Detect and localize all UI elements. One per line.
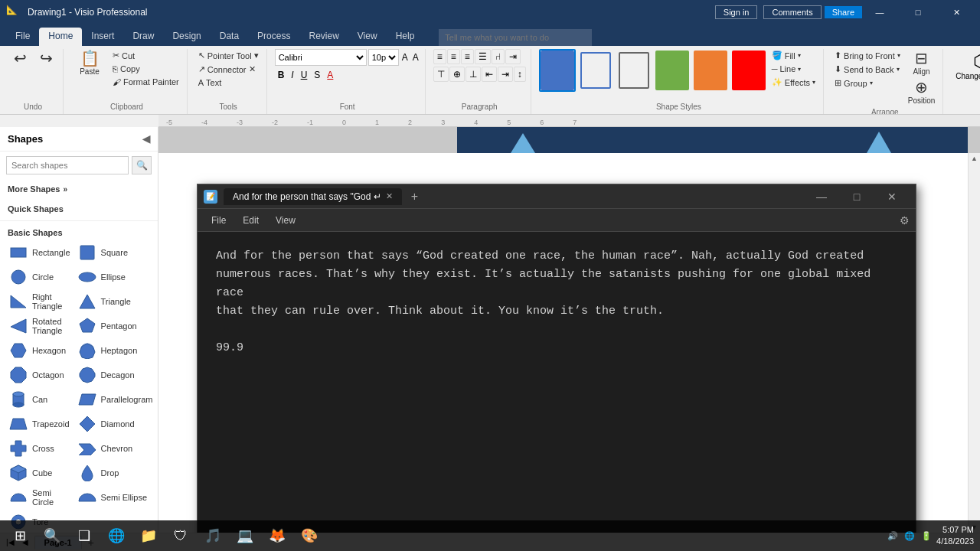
sidebar-scroll[interactable]: More Shapes » Quick Shapes Basic Shapes — [0, 179, 158, 533]
shape-diamond[interactable]: Diamond — [75, 412, 156, 435]
shape-octagon[interactable]: Octagon — [6, 364, 74, 386]
align-button[interactable]: ⊟ Align — [905, 49, 939, 77]
taskbar-clock[interactable]: 5:07 PM 4/18/2023 — [936, 524, 974, 548]
shape-drop[interactable]: Drop — [75, 461, 156, 484]
shape-parallelogram[interactable]: Parallelogram — [75, 388, 156, 411]
canvas-page[interactable]: 📝 And for the person that says "God ↵ ✕ … — [158, 153, 968, 533]
tab-help[interactable]: Help — [387, 28, 424, 46]
sign-in-button[interactable]: Sign in — [715, 5, 758, 19]
more-shapes-header[interactable]: More Shapes » — [6, 182, 152, 196]
taskbar-app-explorer[interactable]: 📁 — [135, 522, 162, 549]
valign-btn-1[interactable]: ⊤ — [433, 67, 449, 82]
cut-button[interactable]: ✂ Cut — [109, 49, 182, 62]
indent-decrease-btn[interactable]: ⇤ — [482, 67, 497, 82]
position-button[interactable]: ⊕ Position — [905, 78, 939, 106]
grow-font-button[interactable]: A — [400, 51, 410, 64]
notepad-view-menu[interactable]: View — [268, 212, 303, 229]
taskbar-tray-network[interactable]: 🌐 — [904, 531, 915, 541]
shape-style-1[interactable] — [539, 49, 576, 92]
text-button[interactable]: A Text — [195, 77, 262, 89]
notepad-file-menu[interactable]: File — [204, 212, 234, 229]
italic-button[interactable]: I — [288, 68, 296, 82]
start-button[interactable]: ⊞ — [6, 522, 34, 549]
fill-button[interactable]: 🪣 Fill ▾ — [769, 49, 818, 62]
shrink-font-button[interactable]: A — [411, 51, 420, 64]
tab-process[interactable]: Process — [248, 28, 299, 46]
shape-cube[interactable]: Cube — [6, 461, 74, 484]
send-to-back-button[interactable]: ⬇ Send to Back ▾ — [831, 63, 903, 76]
notepad-window[interactable]: 📝 And for the person that says "God ↵ ✕ … — [197, 184, 916, 533]
line-button[interactable]: ─ Line ▾ — [769, 63, 818, 75]
format-painter-button[interactable]: 🖌 Format Painter — [109, 76, 182, 88]
shape-square[interactable]: Square — [75, 241, 156, 264]
numbering-btn[interactable]: ⑁ — [492, 49, 505, 64]
shape-triangle[interactable]: Triangle — [75, 290, 156, 313]
taskbar-tray-volume[interactable]: 🔊 — [887, 531, 898, 541]
paste-button[interactable]: 📋 Paste — [71, 49, 108, 77]
copy-button[interactable]: ⎘ Copy — [109, 63, 182, 75]
canvas-area[interactable]: 📝 And for the person that says "God ↵ ✕ … — [158, 127, 980, 533]
shape-heptagon[interactable]: Heptagon — [75, 339, 156, 362]
basic-shapes-header[interactable]: Basic Shapes — [6, 226, 152, 240]
close-button[interactable]: ✕ — [939, 0, 974, 24]
bullets-btn[interactable]: ☰ — [475, 49, 491, 64]
minimize-button[interactable]: — — [862, 0, 897, 24]
shape-style-4[interactable] — [654, 49, 691, 92]
ribbon-search-input[interactable] — [439, 29, 592, 46]
task-view-button[interactable]: ❑ — [70, 522, 98, 549]
group-button[interactable]: ⊞ Group ▾ — [831, 77, 903, 90]
taskbar-app-computer[interactable]: 💻 — [231, 522, 259, 549]
tab-data[interactable]: Data — [211, 28, 248, 46]
tab-review[interactable]: Review — [299, 28, 348, 46]
tab-design[interactable]: Design — [163, 28, 210, 46]
scroll-up-arrow[interactable]: ▲ — [969, 153, 980, 164]
connector-close[interactable]: ✕ — [249, 64, 256, 74]
undo-button[interactable]: ↩ — [8, 49, 32, 67]
notepad-tab[interactable]: And for the person that says "God ↵ ✕ — [224, 188, 402, 205]
shapes-search-input[interactable] — [6, 156, 129, 174]
search-button[interactable]: 🔍 — [38, 522, 66, 549]
quick-shapes-header[interactable]: Quick Shapes — [6, 202, 152, 216]
shape-trapezoid[interactable]: Trapezoid — [6, 412, 74, 435]
tab-draw[interactable]: Draw — [123, 28, 163, 46]
notepad-new-tab-button[interactable]: + — [411, 190, 418, 204]
shape-right-triangle[interactable]: Right Triangle — [6, 290, 74, 313]
notepad-settings-button[interactable]: ⚙ — [900, 214, 910, 227]
shape-pentagon[interactable]: Pentagon — [75, 315, 156, 337]
shape-style-3[interactable] — [616, 49, 652, 92]
indent-increase-btn[interactable]: ⇥ — [498, 67, 513, 82]
pointer-tool-button[interactable]: ↖ Pointer Tool ▾ — [195, 49, 262, 62]
font-size-selector[interactable]: 10pt — [368, 49, 399, 66]
tab-home[interactable]: Home — [39, 28, 82, 46]
notepad-content[interactable]: And for the person that says “God create… — [198, 232, 916, 533]
redo-button[interactable]: ↪ — [34, 49, 58, 67]
shape-chevron[interactable]: Chevron — [75, 437, 156, 460]
notepad-close-button[interactable]: ✕ — [874, 184, 910, 209]
shape-cross[interactable]: Cross — [6, 437, 74, 460]
align-btn-2[interactable]: ≡ — [447, 49, 460, 64]
shape-rotated-triangle[interactable]: Rotated Triangle — [6, 315, 74, 337]
taskbar-app-media[interactable]: 🎵 — [199, 522, 227, 549]
taskbar-app-firefox[interactable]: 🦊 — [263, 522, 291, 549]
right-scrollbar[interactable]: ▲ ▼ — [968, 153, 980, 533]
shape-style-5[interactable] — [692, 49, 729, 92]
bold-button[interactable]: B — [275, 68, 288, 82]
notepad-edit-menu[interactable]: Edit — [235, 212, 266, 229]
shape-semi-circle[interactable]: Semi Circle — [6, 486, 74, 509]
bring-to-front-button[interactable]: ⬆ Bring to Front ▾ — [831, 49, 903, 62]
taskbar-tray-battery[interactable]: 🔋 — [921, 531, 932, 541]
underline-button[interactable]: U — [298, 68, 311, 82]
strikethrough-button[interactable]: S — [311, 68, 323, 82]
shapes-search-button[interactable]: 🔍 — [132, 156, 152, 174]
shape-rectangle[interactable]: Rectangle — [6, 241, 74, 264]
shape-circle[interactable]: Circle — [6, 266, 74, 289]
notepad-tab-close[interactable]: ✕ — [386, 191, 393, 201]
share-button[interactable]: Share — [825, 6, 862, 18]
shape-style-2[interactable] — [577, 49, 614, 92]
shape-decagon[interactable]: Decagon — [75, 364, 156, 386]
notepad-maximize-button[interactable]: □ — [839, 184, 874, 209]
taskbar-app-shield[interactable]: 🛡 — [167, 522, 194, 549]
shape-can[interactable]: Can — [6, 388, 74, 411]
tab-insert[interactable]: Insert — [82, 28, 123, 46]
shape-hexagon[interactable]: Hexagon — [6, 339, 74, 362]
